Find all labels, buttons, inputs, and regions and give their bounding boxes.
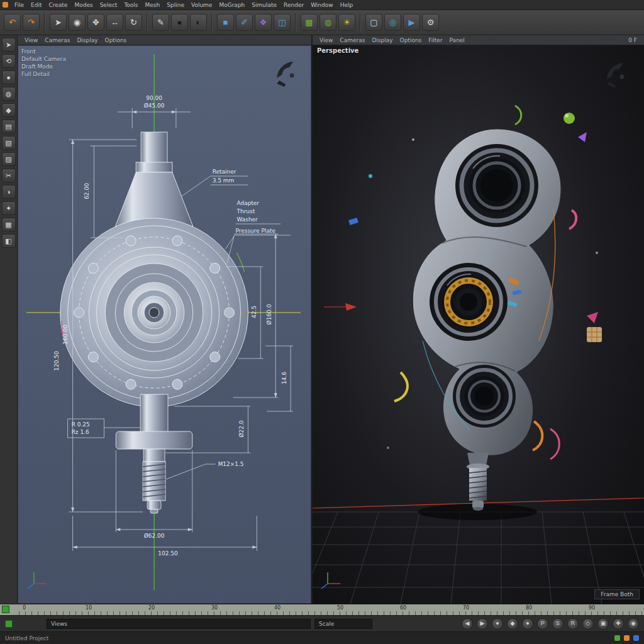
shading-sphere-icon[interactable]: ◍ xyxy=(2,87,16,101)
material-ball-icon[interactable]: ● xyxy=(2,70,16,84)
dimension-label: Ø160.0 xyxy=(266,304,272,325)
play-backward-button[interactable]: ◀ xyxy=(462,618,473,630)
move-tool-icon[interactable]: ✥ xyxy=(87,14,104,31)
vp-menu-cameras[interactable]: Cameras xyxy=(42,37,73,43)
sphere-half-glyph: ◐ xyxy=(196,18,201,26)
play-forward-button[interactable]: ▶ xyxy=(477,618,488,630)
workplane-icon[interactable]: ◧ xyxy=(2,234,16,248)
menu-modes[interactable]: Modes xyxy=(71,2,96,8)
dimension-label: 160.00 xyxy=(62,325,69,345)
viewport-title: Perspective xyxy=(317,47,358,54)
menu-window[interactable]: Window xyxy=(308,2,336,8)
vp-menu-panel[interactable]: Panel xyxy=(447,37,468,43)
texture-tag-icon[interactable]: ◆ xyxy=(2,103,16,117)
redo-icon[interactable]: ↷ xyxy=(23,14,40,31)
snapshot-button[interactable]: ✚ xyxy=(613,618,624,630)
perspective-canvas[interactable]: Perspective Frame Both xyxy=(313,45,644,604)
vp-menu-filter[interactable]: Filter xyxy=(425,37,445,43)
timeline-start-marker[interactable] xyxy=(2,606,9,613)
menu-simulate[interactable]: Simulate xyxy=(248,2,280,8)
pen-tool-icon[interactable]: ✎ xyxy=(152,14,169,31)
star-glyph: ✦ xyxy=(6,205,11,212)
timeline-ruler[interactable]: 0 10 20 30 40 50 60 70 80 90 xyxy=(0,604,644,615)
hud-line: Draft Mode xyxy=(21,63,66,70)
texture-view-b-icon[interactable]: ▨ xyxy=(2,152,16,166)
keyframe-button[interactable]: ◆ xyxy=(507,618,518,630)
material-glyph: ● xyxy=(6,74,11,81)
callout-label: Adapter xyxy=(237,200,260,206)
sphere-half-icon[interactable]: ◐ xyxy=(190,14,207,31)
menu-help[interactable]: Help xyxy=(337,2,357,8)
render-view-icon[interactable]: ▶ xyxy=(403,14,420,31)
vp-menu-view[interactable]: View xyxy=(21,37,41,43)
record-button[interactable]: ● xyxy=(492,618,503,630)
view-rotation-gizmo[interactable] xyxy=(277,62,294,87)
vp-menu-display[interactable]: Display xyxy=(74,37,101,43)
camera-icon[interactable]: ▢ xyxy=(365,14,382,31)
menu-mesh[interactable]: Mesh xyxy=(142,2,164,8)
select-arrow-icon[interactable]: ➤ xyxy=(2,38,16,52)
select-glyph: ➤ xyxy=(6,42,11,48)
undo-icon[interactable]: ↶ xyxy=(4,14,21,31)
light-icon[interactable]: ☀ xyxy=(338,14,355,31)
world-axis-icon xyxy=(28,572,47,589)
layers-glyph: ▤ xyxy=(5,123,11,130)
menu-volume[interactable]: Volume xyxy=(188,2,215,8)
menu-render[interactable]: Render xyxy=(280,2,307,8)
layers-icon[interactable]: ▤ xyxy=(2,119,16,133)
symmetry-glyph: ◫ xyxy=(278,18,286,26)
menu-file[interactable]: File xyxy=(11,2,27,8)
menu-edit[interactable]: Edit xyxy=(28,2,45,8)
front-view-canvas[interactable]: 90.00 Ø45.00 160.00 120.50 62.00 xyxy=(18,45,311,604)
scale-key-button[interactable]: S xyxy=(552,618,564,630)
viewport-perspective: View Cameras Display Options Filter Pane… xyxy=(313,35,644,604)
play-forward-glyph: ▶ xyxy=(480,621,485,626)
texture-view-a-icon[interactable]: ▧ xyxy=(2,136,16,150)
rotation-key-button[interactable]: R xyxy=(567,618,579,630)
sphere-dark-icon[interactable]: ◑ xyxy=(2,185,16,199)
magnet-button[interactable]: ◉ xyxy=(628,618,639,630)
spline-pen-icon[interactable]: ✐ xyxy=(236,14,253,31)
sky-icon[interactable]: ◎ xyxy=(384,14,401,31)
star-icon[interactable]: ✦ xyxy=(2,201,16,215)
menu-mograph[interactable]: MoGraph xyxy=(216,2,248,8)
autokey-button[interactable]: ● xyxy=(522,618,533,630)
render-settings-icon[interactable]: ⚙ xyxy=(422,14,439,31)
subdivision-glyph: ❖ xyxy=(260,18,267,26)
viewport-persp-menubar: View Cameras Display Options Filter Pane… xyxy=(313,35,644,45)
scale-tool-icon[interactable]: ↔ xyxy=(106,14,123,31)
vp-menu-cameras[interactable]: Cameras xyxy=(336,37,368,43)
position-key-button[interactable]: P xyxy=(537,618,548,630)
menu-spline[interactable]: Spline xyxy=(164,2,187,8)
sphere-icon[interactable]: ● xyxy=(171,14,188,31)
cube-primitive-icon[interactable]: ■ xyxy=(217,14,234,31)
vp-menu-display[interactable]: Display xyxy=(369,37,396,43)
animation-control-bar: ◀ ▶ ● ◆ ● P S R ◇ ▣ ✚ ◉ xyxy=(0,615,644,631)
menu-select[interactable]: Select xyxy=(97,2,121,8)
vp-menu-options[interactable]: Options xyxy=(102,37,130,43)
vp-menu-options[interactable]: Options xyxy=(397,37,425,43)
light-glyph: ☀ xyxy=(343,18,351,26)
field-icon[interactable]: ◍ xyxy=(319,14,336,31)
live-selection-icon[interactable]: ◉ xyxy=(69,14,86,31)
volume-icon[interactable]: ▩ xyxy=(301,14,318,31)
dimension-label: 102.50 xyxy=(158,550,178,557)
history-icon[interactable]: ⟲ xyxy=(2,54,16,68)
subdivision-icon[interactable]: ❖ xyxy=(255,14,272,31)
point-level-key-button[interactable]: ▣ xyxy=(597,618,609,630)
views-field[interactable] xyxy=(47,619,311,629)
symmetry-icon[interactable]: ◫ xyxy=(274,14,291,31)
grid-icon[interactable]: ▦ xyxy=(2,218,16,231)
scale-field[interactable] xyxy=(314,619,372,629)
frame-mode-tag[interactable]: Frame Both xyxy=(594,589,640,599)
keyframe-glyph: ◆ xyxy=(511,621,515,626)
timeline-current-marker[interactable] xyxy=(5,620,13,628)
menu-tools[interactable]: Tools xyxy=(121,2,141,8)
rotate-tool-icon[interactable]: ↻ xyxy=(125,14,142,31)
menu-create[interactable]: Create xyxy=(46,2,71,8)
render-scene xyxy=(313,45,644,604)
vp-menu-view[interactable]: View xyxy=(316,37,336,43)
parameter-key-button[interactable]: ◇ xyxy=(582,618,594,630)
knife-icon[interactable]: ✂ xyxy=(2,169,16,182)
select-arrow-icon[interactable]: ➤ xyxy=(50,14,67,31)
